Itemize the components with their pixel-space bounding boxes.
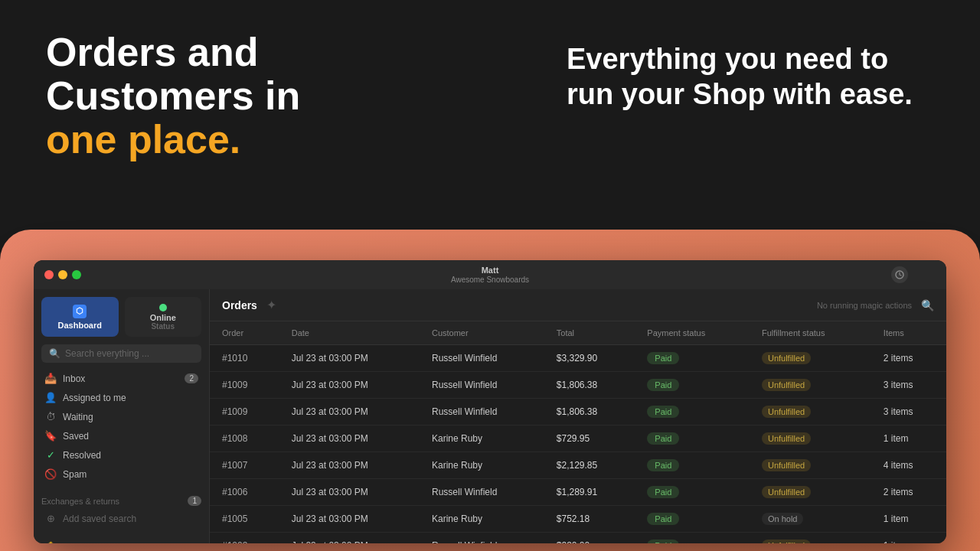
sidebar-item-spam-label: Spam bbox=[63, 469, 87, 480]
fulfillment-badge: Unfulfilled bbox=[762, 459, 811, 471]
fulfillment-badge: On hold bbox=[762, 513, 804, 525]
cell-date: Jul 23 at 03:00 PM bbox=[279, 479, 420, 506]
table-row[interactable]: #1008 Jul 23 at 03:00 PM Karine Ruby $72… bbox=[210, 425, 946, 452]
cell-items: 1 item bbox=[871, 425, 946, 452]
cell-total: $1,806.38 bbox=[544, 372, 635, 399]
table-body: #1010 Jul 23 at 03:00 PM Russell Winfiel… bbox=[210, 345, 946, 544]
cell-items: 4 items bbox=[871, 452, 946, 479]
cell-date: Jul 23 at 03:00 PM bbox=[279, 506, 420, 533]
cell-customer: Karine Ruby bbox=[420, 452, 544, 479]
sidebar-item-assigned[interactable]: 👤 Assigned to me bbox=[37, 388, 206, 407]
cell-total: $2,129.85 bbox=[544, 452, 635, 479]
sidebar-item-waiting[interactable]: ⏱ Waiting bbox=[37, 407, 206, 426]
sidebar-group-exchanges: Exchanges & returns 1 bbox=[34, 493, 209, 509]
traffic-lights bbox=[44, 270, 81, 279]
app-icon bbox=[891, 266, 908, 283]
col-payment-status: Payment status bbox=[635, 321, 750, 345]
col-total: Total bbox=[544, 321, 635, 345]
maximize-button[interactable] bbox=[72, 270, 81, 279]
table-row[interactable]: #1010 Jul 23 at 03:00 PM Russell Winfiel… bbox=[210, 345, 946, 372]
fulfillment-badge: Unfulfilled bbox=[762, 379, 811, 391]
inbox-badge: 2 bbox=[185, 373, 198, 383]
add-saved-label: Add saved search bbox=[63, 514, 136, 524]
content-title: Orders bbox=[222, 299, 257, 311]
dashboard-icon: ⬡ bbox=[73, 305, 87, 318]
online-indicator: Online Status bbox=[150, 304, 176, 331]
hero-accent: one place. bbox=[46, 118, 300, 161]
dashboard-label: Dashboard bbox=[58, 321, 102, 330]
cell-total: $729.95 bbox=[544, 425, 635, 452]
sidebar-item-resolved[interactable]: ✓ Resolved bbox=[37, 445, 206, 465]
cell-items: 1 item bbox=[871, 506, 946, 533]
group-badge: 1 bbox=[188, 496, 201, 506]
cell-payment: Paid bbox=[635, 399, 750, 425]
cell-order: #1003 bbox=[210, 533, 279, 544]
group-label: Exchanges & returns bbox=[41, 497, 119, 506]
hero-line2: Customers in bbox=[46, 74, 300, 118]
sidebar-item-add-saved-search[interactable]: ⊕ Add saved search bbox=[37, 509, 206, 528]
sidebar-item-notifications[interactable]: 🔔 Notifications bbox=[37, 537, 206, 543]
table-row[interactable]: #1007 Jul 23 at 03:00 PM Karine Ruby $2,… bbox=[210, 452, 946, 479]
sidebar-item-inbox-label: Inbox bbox=[63, 373, 85, 384]
cell-fulfillment: Unfulfilled bbox=[750, 345, 871, 372]
cell-date: Jul 23 at 03:00 PM bbox=[279, 452, 420, 479]
minimize-button[interactable] bbox=[58, 270, 67, 279]
sidebar-item-inbox[interactable]: 📥 Inbox 2 bbox=[37, 369, 206, 388]
table-row[interactable]: #1005 Jul 23 at 03:00 PM Karine Ruby $75… bbox=[210, 506, 946, 533]
orders-table-container: Order Date Customer Total Payment status… bbox=[210, 321, 946, 543]
table-row[interactable]: #1009 Jul 23 at 03:00 PM Russell Winfiel… bbox=[210, 372, 946, 399]
title-bar-center: Matt Awesome Snowboards bbox=[451, 266, 529, 283]
close-button[interactable] bbox=[44, 270, 54, 279]
dashboard-button[interactable]: ⬡ Dashboard bbox=[41, 297, 119, 337]
fulfillment-badge: Unfulfilled bbox=[762, 352, 811, 364]
online-status-button[interactable]: Online Status bbox=[125, 297, 202, 337]
sidebar: ⬡ Dashboard Online Status 🔍 Search every… bbox=[34, 289, 210, 543]
sidebar-item-resolved-label: Resolved bbox=[63, 450, 101, 461]
cell-order: #1006 bbox=[210, 479, 279, 506]
main-area: ⬡ Dashboard Online Status 🔍 Search every… bbox=[34, 289, 946, 543]
title-bar: Matt Awesome Snowboards bbox=[34, 260, 946, 289]
cell-total: $1,806.38 bbox=[544, 399, 635, 425]
magic-icon: ✦ bbox=[266, 298, 276, 312]
sidebar-item-saved[interactable]: 🔖 Saved bbox=[37, 426, 206, 445]
sidebar-bottom-nav: 🔔 Notifications 🛒 Orders 👥 Customers bbox=[34, 537, 209, 543]
sidebar-item-saved-label: Saved bbox=[63, 431, 89, 442]
table-row[interactable]: #1009 Jul 23 at 03:00 PM Russell Winfiel… bbox=[210, 399, 946, 425]
cell-customer: Karine Ruby bbox=[420, 425, 544, 452]
table-row[interactable]: #1006 Jul 23 at 03:00 PM Russell Winfiel… bbox=[210, 479, 946, 506]
assigned-icon: 👤 bbox=[44, 392, 57, 403]
cell-order: #1008 bbox=[210, 425, 279, 452]
saved-icon: 🔖 bbox=[44, 430, 57, 442]
hero-right: Everything you need to run your Shop wit… bbox=[567, 42, 934, 112]
table-row[interactable]: #1003 Jul 23 at 03:00 PM Russell Winfiel… bbox=[210, 533, 946, 544]
payment-badge: Paid bbox=[647, 486, 679, 498]
cell-date: Jul 23 at 03:00 PM bbox=[279, 533, 420, 544]
cell-items: 2 items bbox=[871, 479, 946, 506]
hero-line1: Orders and bbox=[46, 31, 300, 74]
cell-fulfillment: On hold bbox=[750, 506, 871, 533]
col-customer: Customer bbox=[420, 321, 544, 345]
cell-fulfillment: Unfulfilled bbox=[750, 533, 871, 544]
payment-badge: Paid bbox=[647, 379, 679, 391]
header-search-icon[interactable]: 🔍 bbox=[921, 299, 934, 311]
cell-items: 3 items bbox=[871, 372, 946, 399]
table-header-row: Order Date Customer Total Payment status… bbox=[210, 321, 946, 345]
cell-order: #1009 bbox=[210, 372, 279, 399]
magic-actions-label: No running magic actions bbox=[817, 301, 912, 310]
table-header: Order Date Customer Total Payment status… bbox=[210, 321, 946, 345]
fulfillment-badge: Unfulfilled bbox=[762, 406, 811, 418]
search-icon: 🔍 bbox=[49, 348, 60, 359]
cell-total: $230.00 bbox=[544, 533, 635, 544]
col-items: Items bbox=[871, 321, 946, 345]
inbox-icon: 📥 bbox=[44, 373, 57, 384]
sidebar-nav-section: 📥 Inbox 2 👤 Assigned to me ⏱ Waiting 🔖 S… bbox=[34, 369, 209, 484]
cell-order: #1010 bbox=[210, 345, 279, 372]
sidebar-item-spam[interactable]: 🚫 Spam bbox=[37, 465, 206, 484]
cell-date: Jul 23 at 03:00 PM bbox=[279, 372, 420, 399]
cell-payment: Paid bbox=[635, 533, 750, 544]
cell-customer: Russell Winfield bbox=[420, 533, 544, 544]
payment-badge: Paid bbox=[647, 432, 679, 445]
sidebar-search-bar[interactable]: 🔍 Search everything ... bbox=[41, 344, 201, 363]
col-fulfillment-status: Fulfillment status bbox=[750, 321, 871, 345]
content-header: Orders ✦ No running magic actions 🔍 bbox=[210, 289, 946, 321]
